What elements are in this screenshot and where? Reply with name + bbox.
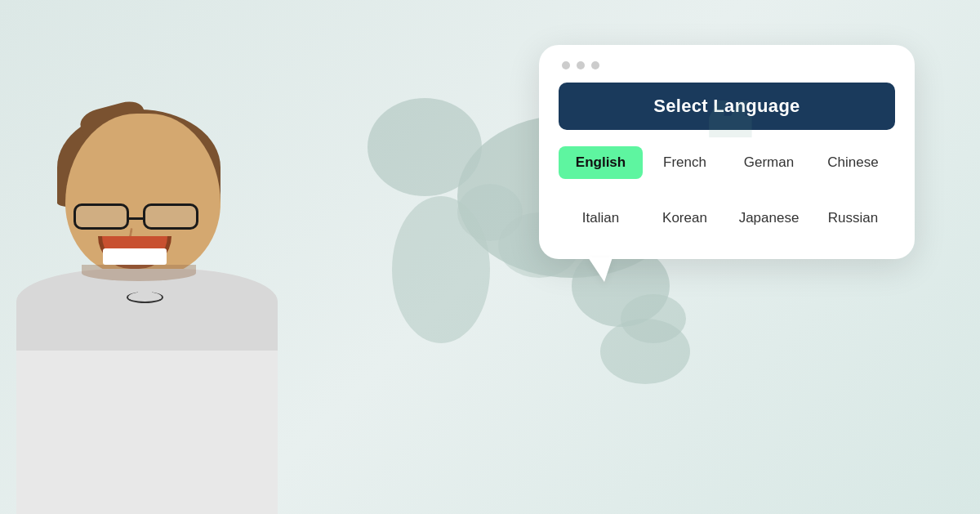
language-dialog: Select Language English French German Ch…: [539, 45, 915, 259]
lang-button-japanese[interactable]: Japanese: [727, 202, 811, 235]
person-image: [0, 7, 359, 514]
lang-button-russian[interactable]: Russian: [811, 202, 895, 235]
dialog-header-label: Select Language: [653, 96, 800, 116]
lang-button-english[interactable]: English: [559, 146, 643, 179]
lang-button-italian[interactable]: Italian: [559, 202, 643, 235]
lang-button-german[interactable]: German: [727, 146, 811, 179]
lang-button-chinese[interactable]: Chinese: [811, 146, 895, 179]
dot-2: [577, 61, 585, 69]
dot-1: [562, 61, 570, 69]
dialog-dots: [559, 61, 895, 69]
dialog-header: Select Language: [559, 83, 895, 130]
dot-3: [591, 61, 599, 69]
row-spacer: [559, 187, 895, 194]
lang-button-french[interactable]: French: [643, 146, 727, 179]
lang-button-korean[interactable]: Korean: [643, 202, 727, 235]
language-grid: English French German Chinese Italian Ko…: [559, 146, 895, 235]
